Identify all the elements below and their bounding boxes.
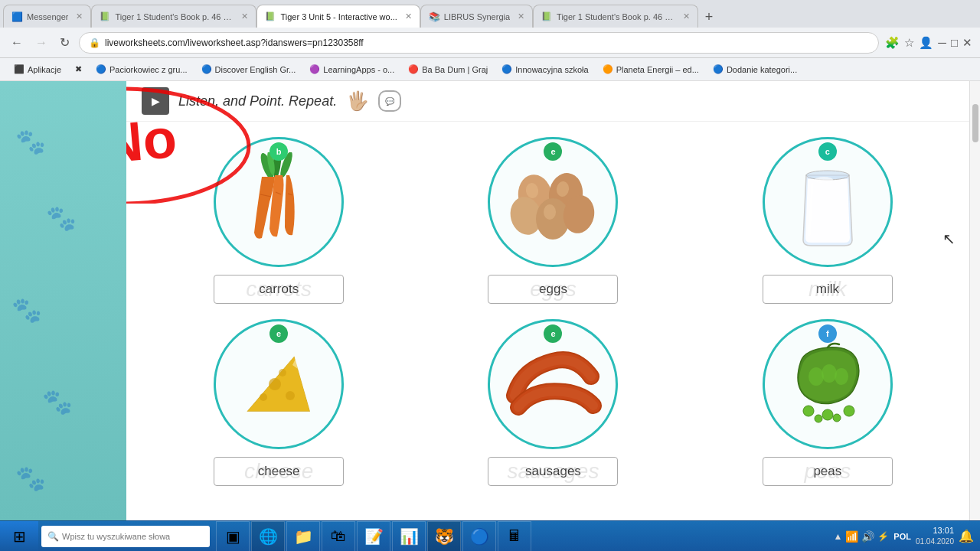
- taskbar-task-view[interactable]: ▣: [216, 521, 250, 552]
- start-button[interactable]: ⊞: [0, 521, 38, 552]
- taskbar-file-explorer[interactable]: 📁: [286, 521, 320, 552]
- paw-print-2: 🐾: [46, 204, 77, 233]
- discover-favicon: 🔵: [201, 64, 212, 74]
- tab-tiger1-book[interactable]: 📗 Tiger 1 Student's Book p. 46 - ... ✕: [91, 5, 256, 28]
- browser-chrome: 🟦 Messenger ✕ 📗 Tiger 1 Student's Book p…: [0, 0, 980, 81]
- tab-tiger1b-title: Tiger 1 Student's Book p. 46 - ...: [557, 12, 675, 21]
- food-circle-eggs[interactable]: e: [488, 137, 618, 267]
- extensions-icon[interactable]: 🧩: [885, 36, 900, 50]
- taskbar-store[interactable]: 🛍: [322, 521, 355, 552]
- taskbar-search[interactable]: 🔍: [41, 526, 210, 547]
- z-favicon: ✖: [75, 64, 82, 74]
- taskbar-chrome[interactable]: 🔵: [462, 521, 496, 552]
- tab-tiger1-book2[interactable]: 📗 Tiger 1 Student's Book p. 46 - ... ✕: [533, 5, 698, 28]
- volume-icon[interactable]: 🔊: [861, 530, 874, 543]
- food-label-carrots: carrots carrots: [214, 275, 344, 304]
- minimize-icon[interactable]: ─: [938, 36, 946, 49]
- tab-librus-close[interactable]: ✕: [518, 11, 524, 21]
- edge-icon: 🌐: [259, 527, 278, 546]
- taskbar-icons: ▣ 🌐 📁 🛍 📝 📊 🐯 🔵 🖩: [216, 521, 531, 552]
- taskbar-edge[interactable]: 🌐: [251, 521, 285, 552]
- paw-print-1: 🐾: [15, 127, 46, 156]
- svg-point-35: [833, 414, 841, 422]
- learningapps-favicon: 🟣: [309, 64, 320, 74]
- svg-point-34: [815, 415, 822, 422]
- food-circle-peas[interactable]: f: [763, 319, 893, 449]
- tab-tiger3-close[interactable]: ✕: [405, 11, 412, 21]
- bookmark-icon[interactable]: ☆: [904, 36, 914, 50]
- food-circle-cheese[interactable]: e: [214, 319, 344, 449]
- bookmark-innowacyjna[interactable]: 🔵 Innowacyjna szkoła: [495, 63, 594, 76]
- taskbar-calculator[interactable]: 🖩: [498, 521, 531, 552]
- food-item-eggs: e: [423, 137, 682, 304]
- tab-messenger-close[interactable]: ✕: [76, 11, 83, 21]
- food-label-cheese: cheese cheese: [214, 457, 344, 486]
- close-window-icon[interactable]: ✕: [962, 36, 972, 50]
- food-item-milk: c: [698, 137, 957, 304]
- back-button[interactable]: ←: [8, 34, 26, 51]
- food-circle-milk[interactable]: c: [763, 137, 893, 267]
- aplikacje-favicon: ⬛: [14, 64, 24, 74]
- tab-tiger3-unit5[interactable]: 📗 Tiger 3 Unit 5 - Interactive wo... ✕: [256, 5, 420, 28]
- badge-peas: f: [818, 324, 837, 343]
- messenger-favicon: 🟦: [11, 11, 22, 22]
- cheese-label: cheese: [258, 464, 300, 478]
- bookmark-z[interactable]: ✖: [69, 63, 88, 76]
- notification-center-icon[interactable]: 🔔: [959, 529, 974, 543]
- new-tab-button[interactable]: +: [698, 6, 720, 28]
- instruction-emoji: 🖐🏼: [346, 90, 369, 112]
- bookmark-dodanie[interactable]: 🔵 Dodanie kategori...: [707, 63, 803, 76]
- taskbar-word[interactable]: 📝: [357, 521, 390, 552]
- address-input-wrap[interactable]: 🔒: [79, 32, 879, 54]
- tab-librus[interactable]: 📚 LIBRUS Synergia ✕: [420, 5, 533, 28]
- profile-icon[interactable]: 👤: [919, 36, 933, 50]
- taskbar-search-input[interactable]: [62, 532, 192, 541]
- bookmark-discover[interactable]: 🔵 Discover English Gr...: [195, 63, 302, 76]
- scrollbar[interactable]: [969, 81, 980, 520]
- clock[interactable]: 13:01 01.04.2020: [916, 525, 954, 547]
- food-grid: b: [126, 122, 980, 501]
- librus-favicon: 📚: [429, 11, 439, 22]
- scroll-thumb[interactable]: [972, 104, 978, 142]
- svg-point-23: [269, 378, 281, 390]
- bookmark-aplikacje[interactable]: ⬛ Aplikacje: [8, 63, 67, 76]
- taskbar: ⊞ 🔍 ▣ 🌐 📁 🛍 📝 📊 🐯 🔵 🖩: [0, 520, 980, 551]
- badge-milk: c: [818, 142, 837, 161]
- bookmark-paciorkowiec[interactable]: 🔵 Paciorkowiec z gru...: [90, 63, 193, 76]
- taskbar-tiger[interactable]: 🐯: [427, 521, 461, 552]
- language-indicator[interactable]: POL: [893, 532, 911, 541]
- play-button[interactable]: ▶: [142, 87, 169, 115]
- word-icon: 📝: [364, 527, 384, 546]
- babbadum-favicon: 🔴: [408, 64, 419, 74]
- bookmark-babbadum[interactable]: 🔴 Ba Ba Dum | Graj: [402, 63, 494, 76]
- taskbar-excel[interactable]: 📊: [392, 521, 426, 552]
- tab-messenger[interactable]: 🟦 Messenger ✕: [3, 5, 91, 28]
- bookmark-learningapps[interactable]: 🟣 LearningApps - o...: [303, 63, 400, 76]
- lock-icon: 🔒: [89, 37, 100, 48]
- food-item-cheese: e: [149, 319, 408, 486]
- food-circle-sausages[interactable]: e: [488, 319, 618, 449]
- refresh-button[interactable]: ↻: [57, 34, 73, 51]
- tab-tiger1-close[interactable]: ✕: [241, 11, 248, 21]
- tab-messenger-title: Messenger: [27, 12, 68, 21]
- cheese-image: [233, 342, 325, 426]
- bookmark-learningapps-label: LearningApps - o...: [323, 65, 394, 74]
- tab-librus-title: LIBRUS Synergia: [444, 12, 510, 21]
- svg-point-24: [286, 391, 295, 400]
- network-icon[interactable]: 📶: [845, 530, 858, 543]
- bookmark-planeta-label: Planeta Energii – ed...: [616, 65, 699, 74]
- food-circle-carrots[interactable]: b: [214, 137, 344, 267]
- address-bar: ← → ↻ 🔒 🧩 ☆ 👤 ─ □ ✕: [0, 28, 980, 58]
- chat-bubble-icon[interactable]: 💬: [378, 90, 401, 112]
- notification-icon[interactable]: ▲: [833, 531, 842, 542]
- maximize-icon[interactable]: □: [951, 36, 958, 49]
- tab-tiger1b-close[interactable]: ✕: [683, 11, 690, 21]
- address-input[interactable]: [105, 37, 869, 48]
- bookmark-planeta[interactable]: 🟠 Planeta Energii – ed...: [596, 63, 705, 76]
- address-actions: 🧩 ☆ 👤 ─ □ ✕: [885, 36, 972, 50]
- battery-icon[interactable]: ⚡: [877, 531, 889, 542]
- food-item-peas: f: [698, 319, 957, 486]
- forward-button[interactable]: →: [32, 34, 51, 51]
- paw-sidebar: 🐾 🐾 🐾 🐾 🐾: [0, 81, 126, 520]
- content-area: 🐾 🐾 🐾 🐾 🐾 ▶ Listen, and Point. Repeat. 🖐…: [0, 81, 980, 520]
